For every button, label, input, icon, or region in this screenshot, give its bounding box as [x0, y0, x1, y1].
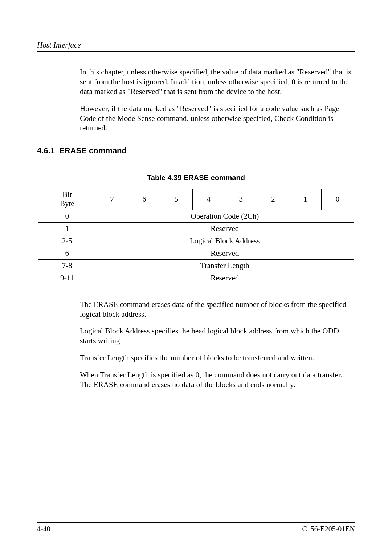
byte-cell: 2-5 [38, 235, 96, 247]
byte-cell: 9-11 [38, 272, 96, 284]
desc-cell: Transfer Length [96, 259, 354, 272]
footer-rule [37, 522, 355, 523]
page-footer: 4-40 C156-E205-01EN [37, 522, 355, 533]
body-paragraph-1: The ERASE command erases data of the spe… [80, 300, 355, 319]
intro-paragraph-2: However, if the data marked as "Reserved… [80, 104, 355, 133]
byte-cell: 7-8 [38, 259, 96, 272]
byte-cell: 1 [38, 222, 96, 235]
table-row: 1 Reserved [38, 222, 354, 235]
table-header-row: Bit Byte 7 6 5 4 3 2 1 0 [38, 189, 354, 210]
table-row: 7-8 Transfer Length [38, 259, 354, 272]
table-row: 9-11 Reserved [38, 272, 354, 284]
bit-col-4: 4 [192, 189, 225, 210]
bit-col-5: 5 [160, 189, 193, 210]
erase-command-table: Bit Byte 7 6 5 4 3 2 1 0 0 Operation Cod… [38, 189, 354, 284]
desc-cell: Operation Code (2Ch) [96, 210, 354, 222]
header-rule [37, 51, 355, 52]
document-id: C156-E205-01EN [302, 525, 355, 533]
table-caption: Table 4.39 ERASE command [37, 174, 355, 182]
desc-cell: Logical Block Address [96, 235, 354, 247]
page-number: 4-40 [37, 525, 50, 533]
running-header: Host Interface [37, 41, 355, 50]
page-header: Host Interface [37, 41, 355, 52]
intro-paragraph-1: In this chapter, unless otherwise specif… [80, 67, 355, 97]
bit-col-1: 1 [289, 189, 322, 210]
bit-byte-header: Bit Byte [38, 189, 96, 210]
table-row: 6 Reserved [38, 247, 354, 259]
bit-col-6: 6 [128, 189, 160, 210]
bit-col-3: 3 [225, 189, 257, 210]
section-title: ERASE command [59, 146, 127, 155]
table-row: 0 Operation Code (2Ch) [38, 210, 354, 222]
body-paragraph-4: When Transfer Length is specified as 0, … [80, 370, 355, 390]
desc-cell: Reserved [96, 222, 354, 235]
bit-col-0: 0 [322, 189, 354, 210]
body-paragraph-2: Logical Block Address specifies the head… [80, 326, 355, 346]
byte-cell: 6 [38, 247, 96, 259]
desc-cell: Reserved [96, 272, 354, 284]
section-number: 4.6.1 [37, 146, 55, 155]
desc-cell: Reserved [96, 247, 354, 259]
body-paragraph-3: Transfer Length specifies the number of … [80, 353, 355, 363]
page: Host Interface In this chapter, unless o… [0, 0, 392, 419]
table-row: 2-5 Logical Block Address [38, 235, 354, 247]
bit-label: Bit [62, 190, 72, 199]
bit-col-2: 2 [257, 189, 289, 210]
byte-cell: 0 [38, 210, 96, 222]
section-heading: 4.6.1 ERASE command [37, 146, 355, 155]
bit-col-7: 7 [96, 189, 128, 210]
byte-label: Byte [60, 199, 74, 208]
